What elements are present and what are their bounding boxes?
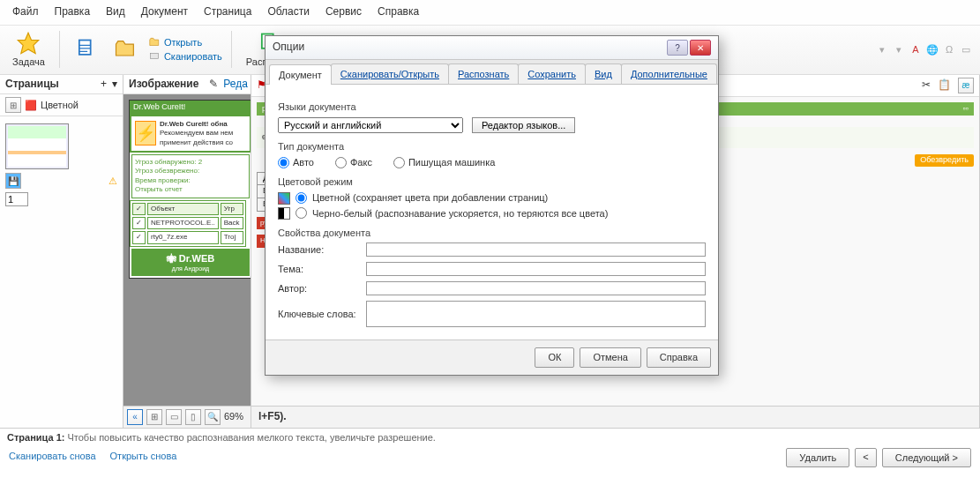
color-mode-label[interactable]: Цветной (41, 99, 79, 111)
page-thumbnail[interactable] (5, 123, 69, 169)
edit-image-icon[interactable]: ✎ (209, 78, 218, 92)
field-theme-input[interactable] (366, 262, 706, 276)
svg-marker-0 (19, 33, 39, 53)
shortcut-hint: l+F5). (251, 406, 979, 428)
field-author-input[interactable] (366, 281, 706, 295)
dialog-help-icon[interactable]: ? (667, 40, 688, 56)
language-editor-button[interactable]: Редактор языков... (472, 117, 575, 133)
status-bar: Страница 1: Чтобы повысить качество расп… (0, 428, 980, 446)
tab-recognize[interactable]: Распознать (448, 63, 519, 84)
layout-3-icon[interactable]: ▯ (185, 409, 201, 425)
dialog-title: Опции (273, 41, 667, 55)
svg-rect-2 (150, 54, 158, 59)
threats-found: Угроз обнаружено: 2 (135, 158, 246, 167)
options-dialog: Опции ? ✕ Документ Сканировать/Открыть Р… (265, 35, 719, 376)
neutralize-badge: Обезвредить (915, 154, 974, 167)
dialog-help-button[interactable]: Справка (647, 347, 711, 367)
menu-service[interactable]: Сервис (318, 3, 369, 22)
colormode-bw[interactable]: Черно-белый (распознавание ускоряется, н… (278, 207, 706, 220)
doctype-typewriter[interactable]: Пишущая машинка (393, 156, 495, 168)
field-title-label: Название: (278, 243, 357, 256)
drweb-sub2: применит действия со (160, 138, 233, 146)
open-link[interactable]: Открыть (148, 36, 222, 48)
layout-2-icon[interactable]: ▭ (166, 409, 182, 425)
task-button[interactable]: Задача (7, 31, 50, 68)
field-title-input[interactable] (366, 242, 706, 257)
image-footer: « ⊞ ▭ ▯ 🔍 69% (123, 406, 251, 428)
threats-table: ✓ОбъектУгр ✓NETPROTOCOL.E..Back ✓rty0_7z… (130, 200, 246, 247)
dialog-tabs: Документ Сканировать/Открыть Распознать … (266, 60, 718, 85)
menu-file[interactable]: Файл (5, 3, 46, 22)
doctype-label: Тип документа (278, 140, 706, 153)
langs-label: Языки документа (278, 101, 706, 113)
doctype-fax[interactable]: Факс (335, 156, 372, 168)
tab-document[interactable]: Документ (269, 64, 332, 85)
warning-icon: ⚠ (108, 175, 117, 187)
page-number-input[interactable] (5, 192, 28, 206)
open-folder-button[interactable] (108, 37, 143, 62)
font-color-icon[interactable]: A (909, 42, 923, 56)
menu-edit[interactable]: Правка (48, 3, 98, 22)
pages-menu-icon[interactable]: ▾ (112, 78, 117, 92)
language-select[interactable]: Русский и английский (278, 117, 463, 133)
add-page-icon[interactable]: + (101, 78, 107, 92)
dialog-cancel-button[interactable]: Отмена (580, 347, 640, 367)
threats-cured: Угроз обезврежено: (135, 167, 246, 175)
menu-help[interactable]: Справка (370, 3, 426, 22)
font-size-picker[interactable]: ▾ (892, 42, 906, 56)
drweb-logo: 🕷 Dr.WEB для Андроид (131, 249, 250, 276)
menu-areas[interactable]: Области (260, 3, 317, 22)
prev-button[interactable]: < (855, 448, 876, 467)
font-picker[interactable]: ▾ (875, 42, 889, 56)
zoom-level: 69% (224, 410, 243, 422)
menu-bar: Файл Правка Вид Документ Страница Област… (0, 0, 980, 26)
menu-view[interactable]: Вид (99, 3, 132, 22)
image-canvas[interactable]: Dr.Web CureIt! ⚡ Dr.Web CureIt! обна Рек… (123, 94, 251, 405)
next-button[interactable]: Следующий > (882, 448, 971, 467)
field-author-label: Автор: (278, 282, 357, 295)
lightning-icon: ⚡ (135, 121, 156, 146)
image-pane: Изображение ✎ Реда Dr.Web CureIt! ⚡ Dr.W… (123, 75, 251, 428)
edit-image-link[interactable]: Реда (223, 78, 248, 92)
dialog-ok-button[interactable]: ОК (535, 347, 574, 367)
save-page-icon[interactable]: 💾 (5, 173, 21, 189)
pages-header: Страницы + ▾ (0, 75, 123, 95)
pages-pane: Страницы + ▾ ⊞ 🟥 Цветной 💾 ⚠ (0, 75, 123, 428)
window-ctrl-icon: ▫▫ (963, 104, 969, 115)
image-title: Изображение (129, 78, 198, 92)
drweb-sub1: Рекомендуем вам нем (160, 129, 233, 137)
scan-time: Время проверки: (135, 176, 246, 185)
copy-icon[interactable]: 📋 (938, 78, 951, 93)
menu-page[interactable]: Страница (197, 3, 258, 22)
globe-icon[interactable]: 🌐 (925, 42, 939, 56)
zoom-indicator[interactable]: 🔍 (205, 409, 221, 425)
props-label: Свойства документа (278, 227, 706, 239)
color-swatch-icon: 🟥 (25, 99, 37, 111)
dialog-close-icon[interactable]: ✕ (690, 40, 711, 56)
drweb-header: Dr.Web CureIt! (130, 101, 251, 115)
new-doc-button[interactable] (69, 37, 104, 62)
open-report: Открыть отчет (135, 185, 246, 194)
open-again-link[interactable]: Открыть снова (110, 450, 177, 462)
svg-rect-1 (79, 41, 91, 55)
tab-save[interactable]: Сохранить (518, 63, 586, 84)
tab-view[interactable]: Вид (585, 63, 622, 84)
menu-document[interactable]: Документ (134, 3, 195, 22)
layout-1-icon[interactable]: ⊞ (146, 409, 162, 425)
colormode-label: Цветовой режим (278, 175, 706, 188)
tab-scan-open[interactable]: Сканировать/Открыть (331, 63, 449, 84)
thumb-view-icon[interactable]: ⊞ (5, 97, 21, 113)
omega-icon[interactable]: Ω (942, 42, 956, 56)
field-theme-label: Тема: (278, 263, 357, 275)
cut-icon[interactable]: ✂ (922, 78, 931, 93)
tab-advanced[interactable]: Дополнительные (621, 63, 717, 84)
scan-again-link[interactable]: Сканировать снова (9, 450, 96, 462)
field-keywords-input[interactable] (366, 301, 706, 327)
page-setup-icon[interactable]: ▭ (959, 42, 973, 56)
scan-link[interactable]: Сканировать (148, 50, 222, 63)
delete-button[interactable]: Удалить (786, 448, 849, 467)
toggle-view-icon[interactable]: æ (958, 78, 974, 93)
collapse-icon[interactable]: « (127, 409, 143, 425)
colormode-color[interactable]: Цветной (сохраняет цвета при добавлении … (278, 191, 706, 204)
doctype-auto[interactable]: Авто (278, 156, 314, 168)
